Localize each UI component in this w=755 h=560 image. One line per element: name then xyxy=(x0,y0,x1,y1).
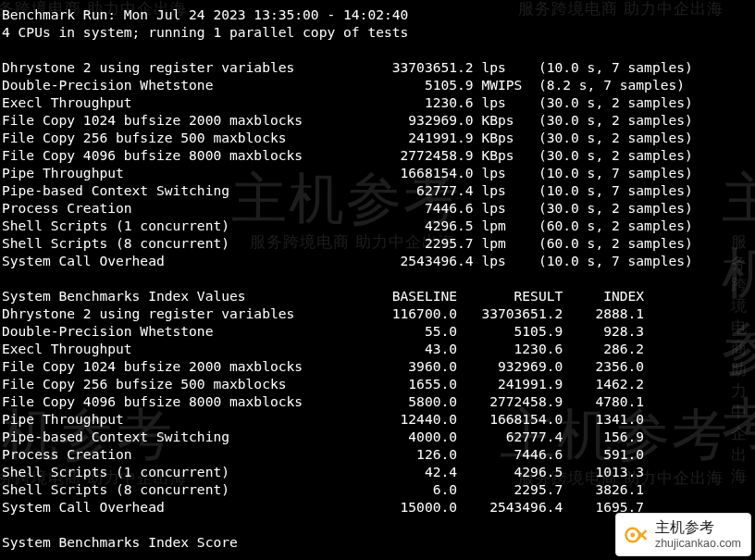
badge-url: zhujicankao.com xyxy=(655,537,741,550)
attribution-badge: 主机参考 zhujicankao.com xyxy=(615,513,751,556)
terminal-output: Benchmark Run: Mon Jul 24 2023 13:35:00 … xyxy=(0,0,755,553)
svg-point-1 xyxy=(630,532,635,537)
badge-brand: 主机参考 xyxy=(655,519,741,536)
badge-logo-icon xyxy=(624,523,648,547)
